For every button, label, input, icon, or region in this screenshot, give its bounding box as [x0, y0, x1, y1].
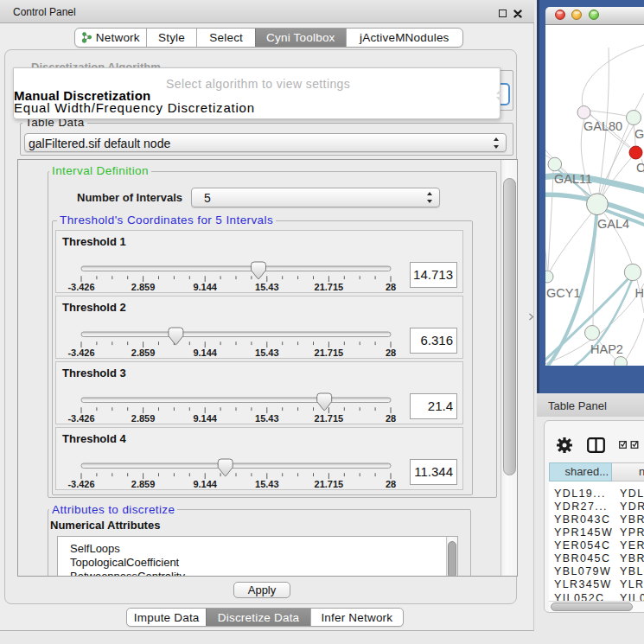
svg-text:15.43: 15.43 — [255, 282, 279, 292]
svg-text:21.715: 21.715 — [315, 282, 344, 292]
svg-text:H: H — [635, 286, 644, 300]
svg-text:-3.426: -3.426 — [67, 282, 94, 292]
svg-text:GA: GA — [634, 127, 644, 141]
svg-text:HAP2: HAP2 — [590, 342, 623, 356]
svg-text:2.859: 2.859 — [131, 348, 156, 358]
svg-text:15.43: 15.43 — [255, 479, 279, 489]
svg-text:15.43: 15.43 — [255, 348, 279, 358]
svg-text:21.715: 21.715 — [315, 479, 344, 489]
svg-text:28: 28 — [386, 348, 396, 358]
svg-text:9.144: 9.144 — [193, 413, 217, 424]
svg-text:9.144: 9.144 — [193, 479, 217, 489]
svg-text:21.715: 21.715 — [315, 413, 344, 424]
svg-text:15.43: 15.43 — [255, 413, 279, 424]
svg-text:GCY1: GCY1 — [546, 286, 581, 300]
svg-text:28: 28 — [386, 479, 396, 489]
svg-text:21.715: 21.715 — [315, 348, 344, 358]
svg-text:-3.426: -3.426 — [67, 479, 94, 489]
svg-text:28: 28 — [386, 413, 396, 424]
svg-text:9.144: 9.144 — [193, 282, 217, 292]
svg-text:GAL80: GAL80 — [583, 119, 622, 133]
svg-text:2.859: 2.859 — [131, 479, 156, 489]
svg-text:-3.426: -3.426 — [67, 348, 94, 358]
svg-text:2.859: 2.859 — [131, 413, 156, 424]
svg-text:GAL11: GAL11 — [554, 172, 592, 186]
svg-text:28: 28 — [386, 282, 396, 292]
svg-text:C: C — [636, 161, 644, 175]
svg-text:GAL4: GAL4 — [597, 217, 629, 231]
svg-text:9.144: 9.144 — [193, 348, 217, 358]
svg-text:-3.426: -3.426 — [67, 413, 94, 424]
svg-text:2.859: 2.859 — [131, 282, 156, 292]
